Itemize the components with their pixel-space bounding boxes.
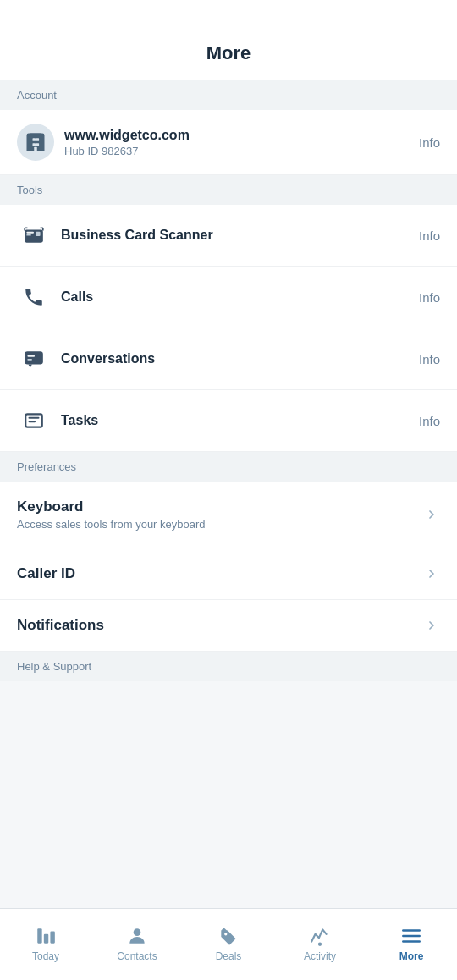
tasks-label: Tasks bbox=[61, 413, 419, 428]
conversations-icon-container bbox=[17, 342, 51, 376]
svg-rect-2 bbox=[36, 138, 40, 141]
conversations-item[interactable]: Conversations Info bbox=[0, 328, 457, 390]
caller-id-text: Caller ID bbox=[17, 565, 423, 582]
keyboard-chevron bbox=[423, 506, 440, 523]
tools-section-label: Tools bbox=[0, 175, 457, 205]
svg-marker-17 bbox=[29, 365, 32, 368]
notifications-text: Notifications bbox=[17, 617, 423, 634]
svg-rect-4 bbox=[36, 143, 40, 146]
caller-id-label: Caller ID bbox=[17, 565, 423, 582]
keyboard-label: Keyboard bbox=[17, 498, 423, 515]
main-content: More Account www.widgetco.com Hub ID 982… bbox=[0, 0, 457, 908]
keyboard-text: Keyboard Access sales tools from your ke… bbox=[17, 498, 423, 531]
company-name: www.widgetco.com bbox=[64, 128, 419, 143]
calls-info-link[interactable]: Info bbox=[419, 290, 440, 305]
business-card-scanner-icon-container bbox=[17, 218, 51, 252]
calls-text: Calls bbox=[51, 289, 419, 305]
tasks-icon bbox=[23, 410, 45, 432]
business-card-scanner-item[interactable]: Business Card Scanner Info bbox=[0, 205, 457, 267]
activity-icon bbox=[309, 925, 331, 947]
svg-rect-16 bbox=[27, 359, 31, 361]
svg-rect-19 bbox=[29, 417, 40, 419]
tasks-item[interactable]: Tasks Info bbox=[0, 390, 457, 452]
business-card-info-link[interactable]: Info bbox=[419, 228, 440, 243]
svg-rect-20 bbox=[29, 421, 36, 422]
page-header: More bbox=[0, 0, 457, 80]
svg-rect-5 bbox=[34, 147, 37, 151]
calls-label: Calls bbox=[61, 289, 419, 305]
nav-today-label: Today bbox=[32, 950, 59, 962]
svg-rect-21 bbox=[37, 928, 41, 943]
svg-rect-23 bbox=[50, 932, 54, 944]
svg-point-24 bbox=[134, 928, 141, 936]
svg-point-26 bbox=[318, 943, 322, 946]
calls-item[interactable]: Calls Info bbox=[0, 267, 457, 328]
phone-icon bbox=[23, 286, 45, 308]
tasks-text: Tasks bbox=[51, 413, 419, 428]
notifications-label: Notifications bbox=[17, 617, 423, 634]
svg-rect-1 bbox=[33, 138, 36, 141]
contacts-icon bbox=[126, 925, 148, 947]
company-hub-id: Hub ID 982637 bbox=[64, 145, 419, 157]
nav-more[interactable]: More bbox=[366, 909, 457, 980]
nav-contacts-label: Contacts bbox=[117, 950, 157, 962]
account-company-item[interactable]: www.widgetco.com Hub ID 982637 Info bbox=[0, 110, 457, 175]
conversations-info-link[interactable]: Info bbox=[419, 352, 440, 366]
svg-rect-15 bbox=[27, 355, 35, 357]
nav-today[interactable]: Today bbox=[0, 909, 91, 980]
chevron-right-icon bbox=[425, 619, 438, 632]
notifications-chevron bbox=[423, 617, 440, 634]
bottom-nav: Today Contacts Deals Activity More bbox=[0, 908, 457, 980]
nav-activity[interactable]: Activity bbox=[274, 909, 366, 980]
conversations-label: Conversations bbox=[61, 351, 419, 366]
svg-rect-14 bbox=[25, 351, 43, 364]
chevron-right-icon bbox=[425, 567, 438, 581]
tasks-icon-container bbox=[17, 404, 51, 438]
svg-rect-9 bbox=[36, 232, 40, 236]
chevron-right-icon bbox=[425, 508, 438, 521]
company-text: www.widgetco.com Hub ID 982637 bbox=[54, 128, 419, 157]
help-section-label: Help & Support bbox=[0, 652, 457, 681]
caller-id-chevron bbox=[423, 565, 440, 582]
svg-rect-8 bbox=[26, 234, 30, 236]
business-card-scanner-text: Business Card Scanner bbox=[51, 228, 419, 243]
preferences-section-label: Preferances bbox=[0, 452, 457, 482]
account-section-label: Account bbox=[0, 80, 457, 110]
business-card-icon bbox=[23, 224, 45, 246]
nav-more-label: More bbox=[399, 950, 424, 962]
company-avatar bbox=[17, 124, 54, 161]
svg-rect-7 bbox=[26, 232, 34, 234]
business-card-scanner-label: Business Card Scanner bbox=[61, 228, 419, 243]
keyboard-desc: Access sales tools from your keyboard bbox=[17, 518, 423, 531]
chat-icon bbox=[23, 348, 45, 370]
more-icon bbox=[400, 925, 422, 947]
account-info-link[interactable]: Info bbox=[419, 135, 440, 150]
calls-icon-container bbox=[17, 280, 51, 314]
nav-activity-label: Activity bbox=[304, 950, 336, 962]
tasks-info-link[interactable]: Info bbox=[419, 414, 440, 428]
conversations-text: Conversations bbox=[51, 351, 419, 366]
keyboard-item[interactable]: Keyboard Access sales tools from your ke… bbox=[0, 482, 457, 548]
page-title: More bbox=[17, 42, 440, 64]
nav-deals[interactable]: Deals bbox=[183, 909, 274, 980]
svg-rect-3 bbox=[33, 143, 36, 146]
nav-contacts[interactable]: Contacts bbox=[91, 909, 183, 980]
notifications-item[interactable]: Notifications bbox=[0, 600, 457, 652]
svg-point-25 bbox=[224, 933, 227, 935]
building-icon bbox=[24, 130, 47, 154]
caller-id-item[interactable]: Caller ID bbox=[0, 548, 457, 600]
deals-icon bbox=[217, 925, 240, 947]
nav-deals-label: Deals bbox=[216, 950, 242, 962]
svg-rect-22 bbox=[44, 934, 48, 944]
today-icon bbox=[35, 925, 57, 947]
